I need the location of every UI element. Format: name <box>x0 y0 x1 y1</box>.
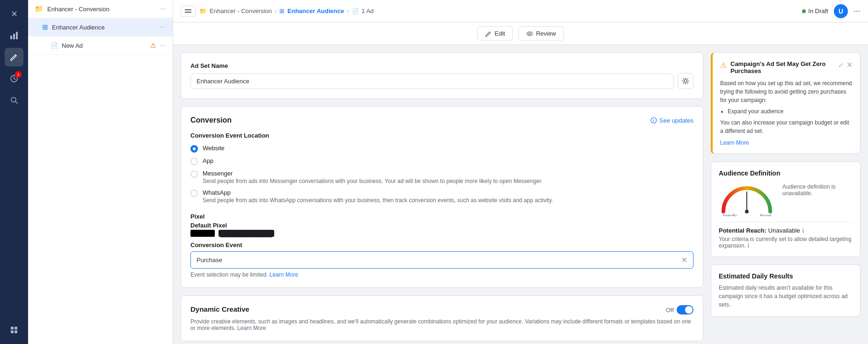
warning-card: ⚠ Campaign's Ad Set May Get Zero Purchas… <box>711 52 861 154</box>
event-note: Event selection may be limited. Learn Mo… <box>190 271 693 278</box>
campaign-more-icon[interactable]: ··· <box>160 5 166 13</box>
sidebar: ✕ 1 <box>0 0 28 344</box>
nav-item-audience[interactable]: ⊞ Enhancer Audience ··· <box>28 18 173 37</box>
content-area: Ad Set Name Conversion <box>173 45 868 344</box>
audience-unavailable-text: Audience definition is unavailable. <box>782 183 853 197</box>
svg-point-11 <box>684 80 687 82</box>
clock-icon-btn[interactable]: 1 <box>5 69 23 88</box>
estimated-results-card: Estimated Daily Results Estimated daily … <box>711 264 861 317</box>
warning-list: Expand your audience <box>720 107 853 116</box>
reach-note: Your criteria is currently set to allow … <box>719 236 853 249</box>
chart-icon-btn[interactable] <box>5 26 23 45</box>
radio-whatsapp[interactable]: WhatsApp Send people from ads into Whats… <box>190 189 693 204</box>
pixel-section: Pixel Default Pixel Pixel ID: ██████████… <box>190 213 693 278</box>
nav-item-campaign[interactable]: 📁 Enhancer - Conversion ··· <box>28 0 173 18</box>
settings-gear-button[interactable] <box>678 73 693 89</box>
campaign-bc: Enhancer - Conversion <box>210 7 272 15</box>
conv-event-label: Conversion Event <box>190 242 693 249</box>
dc-title: Dynamic Creative <box>190 305 249 313</box>
notification-badge: 1 <box>15 71 22 78</box>
pixel-id-row: Pixel ID: ████████████ <box>190 230 693 237</box>
warning-learn-more-link[interactable]: Learn More <box>720 139 749 146</box>
edit-button[interactable]: Edit <box>477 26 513 41</box>
warning-triangle-icon: ⚠ <box>720 61 727 70</box>
clear-event-button[interactable]: ✕ <box>681 256 687 264</box>
pixel-label: Pixel <box>190 213 693 220</box>
audience-icon: ⊞ <box>42 23 48 31</box>
audience-label: Enhancer Audience <box>52 24 156 31</box>
conversion-header: Conversion See updates <box>190 116 693 124</box>
newad-more-icon[interactable]: ··· <box>160 41 166 50</box>
potential-reach-row: Potential Reach: Unavailable ℹ <box>719 227 853 234</box>
pixel-id-value: ████████████ <box>219 230 274 237</box>
topbar: 📁 Enhancer - Conversion › ⊞ Enhancer Aud… <box>173 0 868 22</box>
gauge-wrap: Specific Broad Audience definition is un… <box>719 183 853 216</box>
potential-reach-label: Potential Reach: <box>719 227 766 234</box>
audience-more-icon[interactable]: ··· <box>160 23 166 31</box>
conv-event-input-wrap[interactable]: ✕ <box>190 251 693 269</box>
form-panel: Ad Set Name Conversion <box>181 52 703 337</box>
radio-website[interactable]: Website <box>190 145 693 153</box>
conversion-location-options: Website App Messenger <box>190 145 693 204</box>
review-button[interactable]: Review <box>518 26 564 41</box>
radio-whatsapp-label: WhatsApp Send people from ads into Whats… <box>203 189 553 204</box>
adset-name-card: Ad Set Name <box>181 52 703 99</box>
radio-app[interactable]: App <box>190 157 693 165</box>
edit-icon-btn[interactable] <box>5 48 23 66</box>
main-area: 📁 Enhancer - Conversion › ⊞ Enhancer Aud… <box>173 0 868 344</box>
svg-rect-2 <box>16 32 18 39</box>
eye-icon <box>526 30 533 37</box>
radio-messenger-circle <box>190 170 198 178</box>
sep2: › <box>347 7 349 15</box>
svg-rect-8 <box>15 330 17 333</box>
audience-definition-card: Audience Definition <box>711 161 861 257</box>
see-updates-button[interactable]: See updates <box>650 117 693 124</box>
warning-icon: ⚠ <box>150 42 156 49</box>
radio-messenger-label: Messenger Send people from ads into Mess… <box>203 170 542 184</box>
close-icon-btn[interactable]: ✕ <box>5 5 23 23</box>
learn-more-link[interactable]: Learn More <box>270 271 298 278</box>
reach-note-info-icon: ℹ <box>747 242 750 249</box>
radio-website-circle <box>190 145 198 153</box>
campaign-label: Enhancer - Conversion <box>47 6 156 13</box>
info-icon <box>650 117 657 124</box>
folder-icon: 📁 <box>35 5 44 13</box>
warning-close-button[interactable]: ✕ <box>846 60 853 69</box>
audience-bc-icon: ⊞ <box>279 7 284 15</box>
sidebar-toggle[interactable] <box>181 6 196 17</box>
adset-name-label: Ad Set Name <box>190 62 693 69</box>
topbar-right: In Draft U ··· <box>802 4 861 18</box>
status-badge: In Draft <box>802 7 828 15</box>
edit-pencil-icon <box>485 30 492 37</box>
dc-header: Dynamic Creative Off <box>190 305 693 315</box>
adset-name-input[interactable] <box>190 73 674 89</box>
svg-text:Specific: Specific <box>722 213 737 216</box>
warning-title-row: ⚠ Campaign's Ad Set May Get Zero Purchas… <box>720 60 838 74</box>
reach-info-icon: ℹ <box>802 227 804 234</box>
estimated-body: Estimated daily results aren't available… <box>719 284 853 309</box>
ad-bc-icon: 📄 <box>352 8 359 15</box>
audience-definition-title: Audience Definition <box>719 169 853 177</box>
conversion-title: Conversion <box>190 116 232 124</box>
expand-icon[interactable]: ⤢ <box>838 61 844 69</box>
warning-title: Campaign's Ad Set May Get Zero Purchases <box>730 60 838 74</box>
nav-item-newad[interactable]: 📄 New Ad ⚠ ··· <box>28 37 173 55</box>
search-icon-btn[interactable] <box>5 91 23 110</box>
grid-icon-btn[interactable] <box>5 321 23 339</box>
estimated-title: Estimated Daily Results <box>719 272 853 280</box>
default-pixel-label: Default Pixel <box>190 222 693 229</box>
nav-panel: 📁 Enhancer - Conversion ··· ⊞ Enhancer A… <box>28 0 173 344</box>
ads-bc: 1 Ad <box>362 7 374 15</box>
adset-bc[interactable]: Enhancer Audience <box>287 7 344 15</box>
dc-description: Provide creative elements, such as image… <box>190 318 693 331</box>
topbar-more-icon[interactable]: ··· <box>853 6 861 16</box>
radio-messenger[interactable]: Messenger Send people from ads into Mess… <box>190 170 693 184</box>
svg-point-14 <box>745 210 749 213</box>
dynamic-creative-toggle[interactable] <box>677 305 693 315</box>
conversion-card: Conversion See updates Conversion Event … <box>181 106 703 288</box>
dynamic-creative-card: Dynamic Creative Off Provide creative el… <box>181 295 703 341</box>
adset-name-row <box>190 73 693 89</box>
svg-point-9 <box>527 32 532 36</box>
conv-event-input[interactable] <box>197 256 681 263</box>
avatar[interactable]: U <box>834 4 848 18</box>
